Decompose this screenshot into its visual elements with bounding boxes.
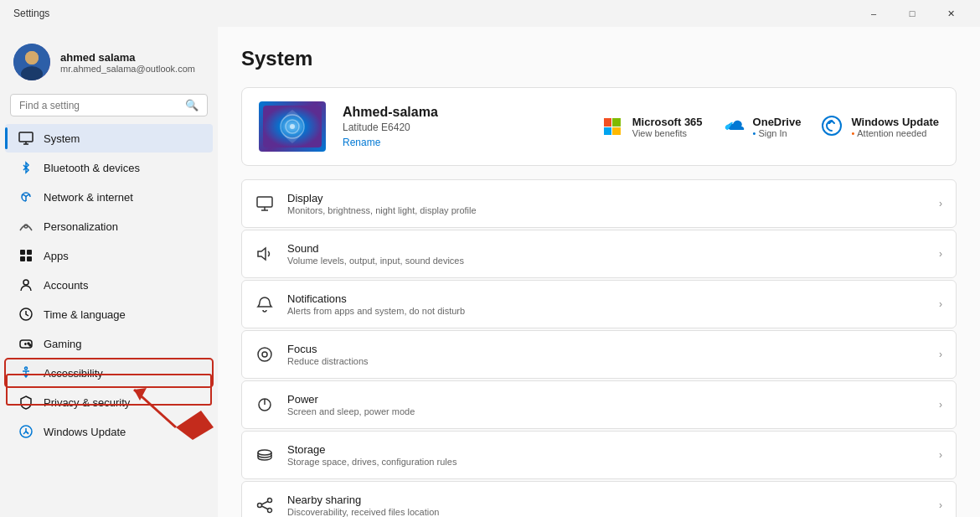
svg-point-19 [25,367,28,370]
chevron-right-icon: › [939,248,942,260]
svg-line-39 [262,506,268,509]
svg-rect-4 [19,132,33,142]
chevron-right-icon: › [939,298,942,310]
maximize-button[interactable]: □ [893,0,931,27]
setting-text: Nearby sharing Discoverability, received… [287,494,926,517]
sidebar-item-accounts[interactable]: Accounts [5,271,213,299]
setting-item-notifications[interactable]: Notifications Alerts from apps and syste… [241,280,957,328]
svg-rect-10 [20,256,25,261]
sidebar-item-label: Privacy & security [44,396,130,409]
onedrive-app[interactable]: OneDrive Sign In [723,116,802,138]
time-icon [18,307,34,322]
onedrive-name: OneDrive [753,116,802,128]
titlebar: Settings – □ ✕ [0,0,980,27]
settings-list: Display Monitors, brightness, night ligh… [241,179,957,517]
rename-link[interactable]: Rename [343,137,380,148]
svg-point-7 [24,225,28,228]
minimize-button[interactable]: – [854,0,893,27]
sidebar-item-privacy[interactable]: Privacy & security [5,388,213,416]
search-input[interactable] [19,100,178,111]
setting-item-power[interactable]: Power Screen and sleep, power mode › [241,380,957,429]
setting-item-display[interactable]: Display Monitors, brightness, night ligh… [241,179,957,228]
svg-point-12 [23,280,28,285]
setting-item-focus[interactable]: Focus Reduce distractions › [241,330,957,379]
svg-point-24 [290,124,295,129]
svg-rect-11 [27,256,32,261]
setting-item-sound[interactable]: Sound Volume levels, output, input, soun… [241,230,957,278]
sidebar-item-time[interactable]: Time & language [5,300,213,328]
setting-name: Sound [287,242,926,255]
svg-point-35 [268,499,272,503]
svg-point-31 [262,352,267,357]
svg-point-17 [28,343,29,344]
setting-text: Focus Reduce distractions [287,343,926,366]
sidebar-item-label: Windows Update [44,426,126,438]
sidebar-item-personalization[interactable]: Personalization [5,212,213,240]
chevron-right-icon: › [939,198,942,209]
network-icon [18,189,34,204]
setting-desc: Alerts from apps and system, do not dist… [287,306,926,316]
onedrive-info: OneDrive Sign In [753,116,802,138]
svg-marker-29 [258,248,266,260]
windows-update-info: Windows Update Attention needed [851,116,939,138]
ms365-status: View benefits [632,128,703,138]
svg-point-37 [268,509,272,513]
apps-icon [18,248,34,263]
sidebar-item-windows-update[interactable]: Windows Update [5,417,213,446]
setting-item-nearby-sharing[interactable]: Nearby sharing Discoverability, received… [241,481,957,517]
accessibility-icon [18,365,34,380]
chevron-right-icon: › [939,399,942,411]
sound-setting-icon [255,245,274,263]
user-info: ahmed salama mr.ahmed_salama@outlook.com [60,51,195,74]
svg-point-3 [25,51,39,65]
svg-point-30 [258,348,271,361]
onedrive-status: Sign In [753,128,802,138]
svg-rect-26 [257,197,272,207]
sidebar-item-label: Apps [44,250,69,262]
sidebar-item-apps[interactable]: Apps [5,241,213,270]
device-model: Latitude E6420 [343,121,584,133]
windows-update-status: Attention needed [851,128,939,138]
setting-desc: Discoverability, received files location [287,507,926,517]
device-name: Ahmed-salama [343,105,584,120]
sidebar-item-gaming[interactable]: Gaming [5,329,213,358]
nav-list: System Bluetooth & devices Network & int… [0,123,218,510]
user-email: mr.ahmed_salama@outlook.com [60,64,195,74]
setting-name: Notifications [287,292,926,305]
setting-text: Storage Storage space, drives, configura… [287,443,926,467]
windows-update-app[interactable]: Windows Update Attention needed [821,115,939,139]
system-icon [18,131,34,146]
ms365-app[interactable]: Microsoft 365 View benefits [601,115,703,138]
sidebar-item-label: Bluetooth & devices [44,162,140,174]
sidebar: ahmed salama mr.ahmed_salama@outlook.com… [0,27,218,517]
sidebar-item-bluetooth[interactable]: Bluetooth & devices [5,153,213,182]
svg-line-38 [262,502,268,505]
user-profile[interactable]: ahmed salama mr.ahmed_salama@outlook.com [0,34,218,94]
setting-item-storage[interactable]: Storage Storage space, drives, configura… [241,431,957,479]
windows-update-icon [18,424,34,439]
setting-text: Sound Volume levels, output, input, soun… [287,242,926,266]
windows-update-icon [821,115,843,139]
sidebar-item-accessibility[interactable]: Accessibility [5,359,213,387]
sidebar-item-network[interactable]: Network & internet [5,183,213,211]
svg-point-18 [29,344,31,346]
search-icon: 🔍 [185,99,199,111]
personalization-icon [18,219,34,234]
chevron-right-icon: › [939,499,942,511]
close-button[interactable]: ✕ [931,0,970,27]
svg-rect-8 [20,250,25,255]
power-setting-icon [255,396,274,414]
sidebar-item-system[interactable]: System [5,124,213,153]
ms365-info: Microsoft 365 View benefits [632,116,703,138]
sidebar-item-label: Gaming [44,338,82,350]
search-box[interactable]: 🔍 [10,94,208,116]
setting-name: Focus [287,343,926,355]
accounts-icon [18,277,34,292]
page-title: System [241,47,957,70]
setting-name: Storage [287,443,926,456]
setting-text: Power Screen and sleep, power mode [287,393,926,416]
sidebar-item-label: System [44,132,80,145]
user-name: ahmed salama [60,51,195,64]
system-image [259,101,326,152]
content-area: System [218,27,980,517]
